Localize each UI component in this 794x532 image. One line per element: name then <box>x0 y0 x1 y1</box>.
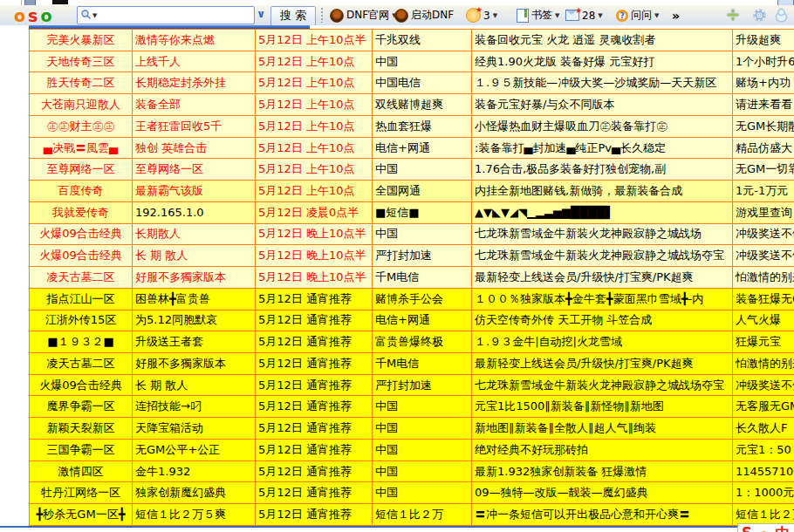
chevron-down-icon[interactable]: ▼ <box>555 12 559 19</box>
server-name[interactable]: 百度传奇 <box>30 181 133 202</box>
open-time: 5月12日 上午10点 <box>256 159 373 181</box>
line-info: 中国 <box>373 439 472 460</box>
site-logo-fragment: S ● 中 <box>737 523 794 532</box>
server-name[interactable]: 牡丹江网络一区 <box>30 482 133 504</box>
server-name[interactable]: 天地传奇三区 <box>30 51 133 72</box>
badge-icon: ★ <box>466 8 481 23</box>
dnf-launch-label: 启动DNF <box>411 8 454 23</box>
server-features: 新地图‖新装备‖全散人‖超人气‖绚装 <box>472 418 733 440</box>
chevron-down-icon[interactable]: ▼ <box>493 12 497 19</box>
server-name[interactable]: 胜天传奇二区 <box>30 72 133 94</box>
mail-menu[interactable]: ★ 28 ▼ <box>565 5 603 25</box>
server-notes: 装备狂爆无GM <box>733 288 794 310</box>
line-info: 中国 <box>373 460 472 482</box>
chevron-down-icon[interactable]: ▼ <box>654 12 659 19</box>
server-name[interactable]: ㊣㊣财主㊣㊣ <box>30 115 133 137</box>
dnf-launch-button[interactable]: 启动DNF <box>394 5 454 25</box>
dnf-icon <box>330 9 344 23</box>
line-info: 千M电信 <box>373 353 472 375</box>
mail-icon: ★ <box>565 10 579 21</box>
server-features: 装备回收元宝 火龙 逍遥 灵魂收割者 <box>472 30 733 51</box>
badge-menu[interactable]: ★ 3 ▼ <box>466 5 497 25</box>
server-desc: 升级送王者套 <box>133 331 256 353</box>
server-features: :装备靠打▄封加速▄纯正Pv▄长久稳定 <box>472 137 733 159</box>
server-name[interactable]: 大苍南只迎散人 <box>30 94 133 116</box>
logo-letter: 中 <box>776 524 791 532</box>
server-name[interactable]: 三国争霸一区 <box>30 439 133 460</box>
star-icon: ★ <box>575 6 582 15</box>
server-name[interactable]: 魔界争霸一区 <box>30 396 133 418</box>
bookmarks-menu[interactable]: 书签 ▼ <box>517 5 559 25</box>
open-time: 5月12日 通宵推荐 <box>256 374 373 396</box>
line-info: 严打封加速 <box>373 245 472 267</box>
search-input[interactable] <box>97 8 254 23</box>
server-features: 小怪爆热血财主爆吸血刀㊣装备靠打㊣ <box>472 115 733 137</box>
server-name[interactable]: 激情四区 <box>30 460 133 482</box>
server-features: 1.76合击,极品多装备好打独创宠物,副 <box>472 159 733 181</box>
open-time: 5月12日 晚上10点半 <box>256 223 373 245</box>
line-info: 中国 <box>373 51 472 72</box>
server-name[interactable]: ▄决戰〓風雲▄ <box>30 137 133 159</box>
server-name[interactable]: ■１９３２■ <box>30 331 133 353</box>
line-info: 富贵兽爆终极 <box>373 331 472 353</box>
server-name[interactable]: 火爆09合击经典 <box>30 374 133 396</box>
server-desc: 金牛1.932 <box>133 460 256 482</box>
server-notes: 冲级奖送不停 <box>733 223 794 245</box>
server-features: 七龙珠新雪域金牛新装火龙神殿寂静之城战场夺宝 <box>472 245 733 267</box>
server-desc: 上线千人 <box>133 51 256 72</box>
server-features: 元宝1比1500‖新装备‖新怪物‖新地图 <box>472 396 733 418</box>
line-info: 短信１比２万 <box>373 504 472 526</box>
search-history-chevron-icon[interactable]: ∨ <box>254 8 268 22</box>
open-time: 5月12日 通宵推荐 <box>256 288 373 310</box>
table-row: 凌天古墓二区好服不多獨家版本5月12日 通宵推荐千M电信最新轻变上线送会员/升级… <box>30 353 794 375</box>
server-notes: 精品仿盛大 <box>733 137 794 159</box>
search-icon <box>80 7 92 24</box>
open-time: 5月12日 通宵推荐 <box>256 310 373 331</box>
server-notes: 请进来看看 <box>733 94 794 116</box>
dnf-site-label: DNF官网 <box>346 8 389 23</box>
server-features: 七龙珠新雪域金牛新装火龙神殿寂静之城战场夺宝 <box>472 374 733 396</box>
server-name[interactable]: 凌天古墓二区 <box>30 353 133 375</box>
server-name[interactable]: 凌天古墓二区 <box>30 267 133 289</box>
wenwen-menu[interactable]: ? 问问 ▼ <box>616 5 659 25</box>
table-row: ■１９３２■升级送王者套5月12日 通宵推荐富贵兽爆终极１.９３金牛|自动挖|火… <box>30 331 794 353</box>
table-row: ㊣㊣财主㊣㊣王者狂雷回收5千5月12日 上午10点热血套狂爆小怪爆热血财主爆吸血… <box>30 115 794 137</box>
server-notes: 游戏里查询 <box>733 201 794 223</box>
add-plus-icon[interactable] <box>726 8 740 25</box>
line-info: 全国网通 <box>373 181 472 202</box>
server-name[interactable]: 新颖天裂新区 <box>30 418 133 440</box>
server-name[interactable]: 江浙外传15区 <box>30 310 133 331</box>
chevron-down-icon[interactable]: ▼ <box>598 12 602 19</box>
line-info: 千M电信 <box>373 267 472 289</box>
server-name[interactable]: 火爆09合击经典 <box>30 223 133 245</box>
server-desc: 独家创新魔幻盛典 <box>133 482 256 504</box>
server-name[interactable]: 完美火暴新区 <box>30 30 133 51</box>
table-row: 新颖天裂新区天降宝箱活动5月12日 通宵推荐中国新地图‖新装备‖全散人‖超人气‖… <box>30 418 794 440</box>
soso-toolbar: oso ▼ ∨ 搜 索 DNF官网 ▼ 启动DNF ★ 3 ▼ 书签 ▼ ★ 2… <box>0 5 794 26</box>
server-desc: 无GM公平+公正 <box>133 439 256 460</box>
open-time: 5月12日 晚上10点半 <box>256 245 373 267</box>
gear-icon[interactable] <box>752 8 767 26</box>
server-notes: 怕激情的别来 <box>733 267 794 289</box>
logo-letter: o <box>40 6 51 25</box>
bottom-blue-line <box>0 526 737 528</box>
line-info: 中国 <box>373 223 472 245</box>
server-name[interactable]: ╋秒杀无GM一区╋ <box>30 504 133 526</box>
server-name[interactable]: 火爆09合击经典 <box>30 245 133 267</box>
server-name[interactable]: 指点江山一区 <box>30 288 133 310</box>
open-time: 5月12日 通宵推荐 <box>256 353 373 375</box>
server-name[interactable]: 至尊网络一区 <box>30 159 133 181</box>
dnf-site-menu[interactable]: DNF官网 ▼ <box>330 5 397 25</box>
table-row: 激情四区金牛1.9325月12日 通宵推荐中国最新1.932独家创新装备 狂爆激… <box>30 460 794 482</box>
toolbar-search-box[interactable]: ▼ <box>77 6 255 24</box>
server-notes: 人气火爆 <box>733 310 794 331</box>
server-name[interactable]: 我就爱传奇 <box>30 201 133 223</box>
qq-penguin-icon[interactable] <box>774 8 789 26</box>
server-notes: 1145571089 <box>733 460 794 482</box>
mail-count: 28 <box>582 10 595 22</box>
search-button[interactable]: 搜 索 <box>270 6 316 26</box>
server-desc: 长期稳定封杀外挂 <box>133 72 256 94</box>
open-time: 5月12日 通宵推荐 <box>256 504 373 526</box>
server-notes: 长久散人F <box>733 418 794 440</box>
toolbar-overflow-button[interactable]: » <box>672 5 680 25</box>
